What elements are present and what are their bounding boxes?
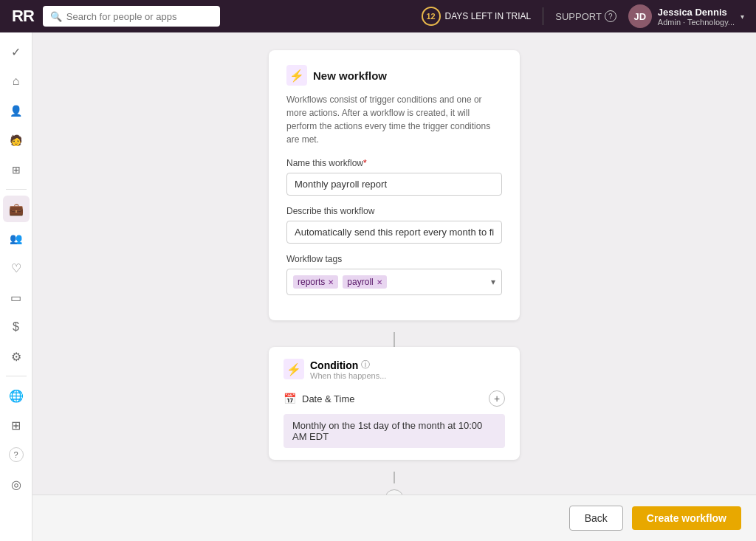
search-input[interactable] bbox=[66, 11, 213, 22]
tags-label: Workflow tags bbox=[286, 254, 502, 264]
sidebar: ✓ ⌂ 👤 🧑 ⊞ 💼 👥 ♡ ▭ $ ⚙ 🌐 ⊞ ? ◎ bbox=[0, 32, 32, 541]
condition-info-icon[interactable]: ⓘ bbox=[361, 359, 370, 371]
datetime-row: 📅 Date & Time + bbox=[284, 390, 505, 407]
tags-container[interactable]: reports ✕ payroll ✕ ▾ bbox=[286, 269, 502, 295]
condition-bolt-icon: ⚡ bbox=[284, 359, 304, 379]
calendar-icon: 📅 bbox=[284, 393, 296, 404]
globe-icon: 🌐 bbox=[9, 389, 24, 403]
tag-payroll-remove[interactable]: ✕ bbox=[377, 278, 382, 286]
workflow-desc-input[interactable] bbox=[286, 221, 502, 244]
tag-reports-remove[interactable]: ✕ bbox=[328, 278, 334, 286]
target-icon: ◎ bbox=[11, 478, 21, 492]
workflow-card-title: New workflow bbox=[313, 69, 387, 82]
tags-chevron-icon[interactable]: ▾ bbox=[491, 277, 495, 287]
datetime-value: Monthly on the 1st day of the month at 1… bbox=[284, 414, 505, 448]
gear-icon: ⚙ bbox=[11, 350, 21, 364]
workflow-name-label: Name this workflow* bbox=[286, 158, 502, 168]
user-role: Admin · Technology... bbox=[658, 18, 735, 27]
divider bbox=[543, 7, 543, 25]
trial-badge: 12 DAYS LEFT IN TRIAL bbox=[422, 7, 532, 26]
tag-payroll: payroll ✕ bbox=[343, 275, 386, 289]
main-canvas: ⚡ New workflow Workflows consist of trig… bbox=[32, 32, 756, 541]
datetime-add-button[interactable]: + bbox=[489, 390, 505, 407]
sidebar-item-people[interactable]: 👥 bbox=[3, 225, 30, 252]
trial-label: DAYS LEFT IN TRIAL bbox=[445, 11, 532, 21]
logo-text: RR bbox=[12, 7, 34, 26]
workflow-name-group: Name this workflow* bbox=[286, 158, 502, 196]
user-avatar: JD bbox=[628, 4, 652, 28]
condition-subtitle: When this happens... bbox=[310, 371, 505, 380]
trial-days-circle: 12 bbox=[422, 7, 441, 26]
topnav: RR 🔍 12 DAYS LEFT IN TRIAL SUPPORT ? JD … bbox=[0, 0, 756, 32]
create-workflow-button[interactable]: Create workflow bbox=[632, 506, 741, 530]
sidebar-item-target[interactable]: ◎ bbox=[3, 471, 30, 497]
people-icon: 👥 bbox=[10, 232, 22, 244]
workflow-card-desc: Workflows consist of trigger conditions … bbox=[286, 93, 502, 146]
workflow-name-input[interactable] bbox=[286, 173, 502, 196]
condition-title: Condition bbox=[310, 359, 358, 371]
sidebar-item-person[interactable]: 🧑 bbox=[3, 127, 30, 154]
sidebar-item-home[interactable]: ⌂ bbox=[3, 68, 30, 94]
name-label-text: Name this workflow bbox=[286, 158, 363, 168]
tag-reports-text: reports bbox=[298, 277, 325, 287]
sidebar-item-dollar[interactable]: $ bbox=[3, 314, 30, 340]
sidebar-divider-2 bbox=[6, 376, 27, 376]
sidebar-item-apps[interactable]: ⊞ bbox=[3, 412, 30, 438]
dollar-icon: $ bbox=[13, 320, 19, 334]
required-asterisk: * bbox=[363, 158, 367, 168]
new-workflow-card: ⚡ New workflow Workflows consist of trig… bbox=[269, 50, 520, 320]
tag-reports: reports ✕ bbox=[293, 275, 338, 289]
sidebar-item-board[interactable]: ▭ bbox=[3, 284, 30, 311]
workflow-desc-label: Describe this workflow bbox=[286, 206, 502, 216]
person-icon: 🧑 bbox=[10, 134, 22, 146]
canvas-area: ⚡ New workflow Workflows consist of trig… bbox=[50, 50, 738, 541]
back-button[interactable]: Back bbox=[569, 506, 623, 531]
search-icon: 🔍 bbox=[50, 11, 62, 22]
check-icon: ✓ bbox=[11, 45, 21, 59]
workflow-desc-group: Describe this workflow bbox=[286, 206, 502, 244]
sidebar-item-help[interactable]: ? bbox=[3, 441, 30, 468]
question-icon: ? bbox=[605, 10, 616, 22]
topnav-right: 12 DAYS LEFT IN TRIAL SUPPORT ? JD Jessi… bbox=[422, 4, 744, 28]
user-details: Jessica Dennis Admin · Technology... bbox=[658, 7, 735, 27]
sidebar-item-check[interactable]: ✓ bbox=[3, 38, 30, 65]
user-name: Jessica Dennis bbox=[658, 7, 735, 18]
sidebar-item-org[interactable]: ⊞ bbox=[3, 156, 30, 183]
board-icon: ▭ bbox=[10, 291, 21, 305]
sidebar-divider-1 bbox=[6, 189, 27, 190]
org-icon: ⊞ bbox=[12, 164, 21, 176]
datetime-label: Date & Time bbox=[302, 393, 483, 404]
user-info[interactable]: JD Jessica Dennis Admin · Technology... … bbox=[628, 4, 744, 28]
chevron-down-icon: ▾ bbox=[740, 13, 744, 21]
footer-buttons: Back Create workflow bbox=[32, 495, 756, 541]
condition-info: Condition ⓘ When this happens... bbox=[310, 359, 505, 380]
heart-icon: ♡ bbox=[11, 261, 21, 275]
sidebar-item-globe[interactable]: 🌐 bbox=[3, 382, 30, 409]
vert-line-2 bbox=[394, 472, 395, 483]
bolt-icon: ⚡ bbox=[286, 65, 307, 86]
briefcase-icon: 💼 bbox=[9, 202, 24, 216]
sidebar-item-heart[interactable]: ♡ bbox=[3, 255, 30, 281]
logo: RR bbox=[12, 7, 34, 26]
sidebar-item-briefcase[interactable]: 💼 bbox=[3, 196, 30, 222]
search-bar[interactable]: 🔍 bbox=[43, 6, 220, 27]
home-icon: ⌂ bbox=[13, 75, 20, 88]
help-icon: ? bbox=[9, 447, 24, 462]
avatar-initials: JD bbox=[634, 11, 647, 22]
vert-line-1 bbox=[394, 332, 395, 347]
condition-card: ⚡ Condition ⓘ When this happens... 📅 Dat… bbox=[269, 347, 520, 460]
support-button[interactable]: SUPPORT ? bbox=[555, 10, 616, 22]
apps-icon: ⊞ bbox=[11, 418, 21, 433]
tag-payroll-text: payroll bbox=[347, 277, 373, 287]
add-user-icon: 👤 bbox=[10, 105, 22, 117]
condition-header: ⚡ Condition ⓘ When this happens... bbox=[284, 359, 505, 380]
sidebar-item-add-user[interactable]: 👤 bbox=[3, 97, 30, 124]
sidebar-item-gear[interactable]: ⚙ bbox=[3, 343, 30, 370]
workflow-tags-group: Workflow tags reports ✕ payroll ✕ ▾ bbox=[286, 254, 502, 295]
connector-1 bbox=[394, 332, 395, 347]
support-label: SUPPORT bbox=[555, 11, 602, 22]
card-header: ⚡ New workflow bbox=[286, 65, 502, 86]
